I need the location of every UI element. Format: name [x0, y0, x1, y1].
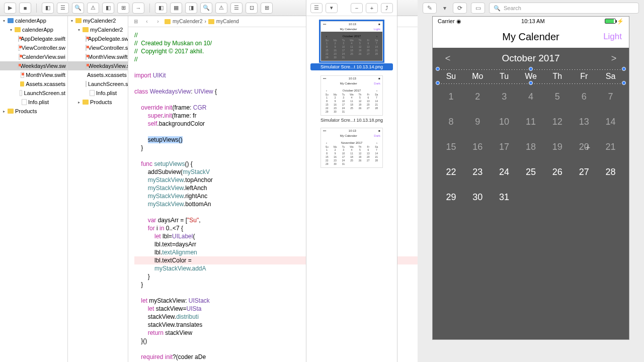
- tb-icon[interactable]: →: [132, 3, 144, 14]
- calendar-cell[interactable]: [518, 185, 544, 210]
- theme-toggle[interactable]: Light: [603, 32, 622, 42]
- selection-handle[interactable]: [622, 81, 626, 85]
- thumbnail-1[interactable]: •••10:13■ My CalenderLight ‹October 2017…: [320, 21, 383, 61]
- calendar-cell[interactable]: 27: [571, 159, 597, 185]
- tb-icon[interactable]: ⚠: [87, 3, 99, 14]
- bc-item[interactable]: myCalend: [216, 19, 239, 24]
- calendar-cell[interactable]: 12: [544, 109, 571, 134]
- tree-item[interactable]: LaunchScreen.st: [0, 88, 67, 98]
- calendar-cell[interactable]: 8: [438, 109, 464, 134]
- calendar-cell[interactable]: [597, 185, 624, 210]
- tree-item[interactable]: MonthView.swift: [68, 52, 128, 61]
- tb-icon[interactable]: ☰: [230, 3, 243, 14]
- calendar-cell[interactable]: 9: [464, 109, 491, 134]
- tree-item[interactable]: Info.plist: [0, 98, 67, 107]
- selection-handle[interactable]: [529, 81, 533, 85]
- calendar-cell[interactable]: 11: [518, 109, 544, 134]
- calendar-cell[interactable]: 2: [464, 84, 491, 109]
- calendar-cell[interactable]: 6: [571, 84, 597, 109]
- tree-item[interactable]: ▾calenderApp: [0, 16, 67, 25]
- tree-item[interactable]: WeekdaysView.sw: [0, 61, 67, 70]
- tree-item[interactable]: MonthView.swift: [0, 70, 67, 79]
- calendar-cell[interactable]: 16: [464, 134, 491, 159]
- calendar-cell[interactable]: 20+: [571, 134, 597, 159]
- tb-icon[interactable]: ▦: [170, 3, 182, 14]
- back-button[interactable]: ‹: [142, 18, 151, 26]
- tb-icon[interactable]: ⊡: [246, 3, 258, 14]
- next-month-button[interactable]: >: [609, 53, 619, 64]
- tree-item[interactable]: AppDelegate.swift: [68, 34, 128, 43]
- tb-icon[interactable]: 🔍: [72, 3, 84, 14]
- calendar-cell[interactable]: 18: [518, 134, 544, 159]
- bc-item[interactable]: myCalender2: [173, 19, 202, 24]
- tree-item[interactable]: ▸Products: [68, 98, 128, 107]
- calendar-cell[interactable]: 24: [491, 159, 518, 185]
- tb-icon[interactable]: ⊞: [117, 3, 129, 14]
- tb-icon[interactable]: ⊞: [261, 3, 273, 14]
- calendar-cell[interactable]: 14: [597, 109, 624, 134]
- tree-item[interactable]: ▾myCalender2: [68, 16, 128, 25]
- tb-icon[interactable]: ◧: [102, 3, 114, 14]
- search-field[interactable]: 🔍 Search: [489, 3, 639, 14]
- calendar-cell[interactable]: 4: [518, 84, 544, 109]
- calendar-cell[interactable]: 23: [464, 159, 491, 185]
- calendar-cell[interactable]: 10: [491, 109, 518, 134]
- calendar-cell[interactable]: 13: [571, 109, 597, 134]
- calendar-cell[interactable]: 25: [518, 159, 544, 185]
- tb-icon[interactable]: ◧: [155, 3, 167, 14]
- project-navigator-1[interactable]: ▾calenderApp▾calenderAppAppDelegate.swif…: [0, 16, 68, 362]
- tb-icon[interactable]: ◨: [185, 3, 197, 14]
- calendar-cell[interactable]: 26: [544, 159, 571, 185]
- project-navigator-2[interactable]: ▾myCalender2▾myCalender2AppDelegate.swif…: [68, 16, 128, 362]
- tree-item[interactable]: Assets.xcassets: [68, 70, 128, 79]
- thumbnail-2[interactable]: •••10:13■ My CalenderDark ‹October 2017›…: [320, 75, 383, 116]
- calendar-cell[interactable]: 29: [438, 185, 464, 210]
- tree-item[interactable]: ViewController.sw: [0, 43, 67, 52]
- tree-item[interactable]: AppDelegate.swift: [0, 34, 67, 43]
- thumbnail-3[interactable]: •••10:13■ My CalenderDark ‹November 2017…: [320, 128, 383, 168]
- forward-button[interactable]: ›: [153, 18, 163, 26]
- share-icon[interactable]: ⤴: [381, 3, 393, 13]
- edit-icon[interactable]: ✎: [423, 3, 437, 14]
- calendar-cell[interactable]: 22: [438, 159, 464, 185]
- calendar-cell[interactable]: 1: [438, 84, 464, 109]
- run-button[interactable]: ▶: [4, 3, 16, 14]
- calendar-cell[interactable]: 28: [597, 159, 624, 185]
- tree-item[interactable]: Info.plist: [68, 88, 128, 98]
- calendar-cell[interactable]: [571, 185, 597, 210]
- tree-item[interactable]: LaunchScreen.storyboard: [68, 79, 128, 88]
- sidebar-icon[interactable]: ☰: [310, 3, 323, 13]
- selection-handle[interactable]: [436, 81, 440, 85]
- calendar-grid[interactable]: 1234567891011121314151617181920+21222324…: [433, 84, 629, 210]
- tb-icon[interactable]: ☰: [57, 3, 69, 14]
- tb-icon[interactable]: ⚠: [215, 3, 227, 14]
- prev-month-button[interactable]: <: [443, 53, 453, 64]
- dropdown-icon[interactable]: ▾: [441, 3, 449, 14]
- tree-item[interactable]: ViewController.swift: [68, 43, 128, 52]
- tree-item[interactable]: Assets.xcassets: [0, 79, 67, 88]
- tree-item[interactable]: CalenderView.swi: [0, 52, 67, 61]
- tree-item[interactable]: ▸Products: [0, 107, 67, 116]
- stop-button[interactable]: ■: [19, 3, 31, 14]
- grid-icon[interactable]: ⊞: [131, 18, 140, 26]
- tb-icon[interactable]: 🔍: [200, 3, 212, 14]
- tb-icon[interactable]: ◧: [42, 3, 54, 14]
- calendar-cell[interactable]: 5: [544, 84, 571, 109]
- rotate-icon[interactable]: ⟳: [453, 3, 467, 14]
- calendar-cell[interactable]: 31: [491, 185, 518, 210]
- view-icon[interactable]: ▾: [326, 3, 338, 13]
- calendar-cell[interactable]: [544, 185, 571, 210]
- tree-item[interactable]: WeekdaysView.swift: [68, 61, 128, 70]
- calendar-cell[interactable]: 15: [438, 134, 464, 159]
- calendar-cell[interactable]: 7: [597, 84, 624, 109]
- calendar-cell[interactable]: 21: [597, 134, 624, 159]
- window-icon[interactable]: ▭: [471, 3, 485, 14]
- tree-item[interactable]: ▾myCalender2: [68, 25, 128, 34]
- zoom-out-icon[interactable]: −: [351, 3, 363, 13]
- calendar-cell[interactable]: 30: [464, 185, 491, 210]
- calendar-cell[interactable]: 17: [491, 134, 518, 159]
- zoom-in-icon[interactable]: +: [366, 3, 378, 13]
- tree-item[interactable]: ▾calenderApp: [0, 25, 67, 34]
- calendar-cell[interactable]: 3: [491, 84, 518, 109]
- calendar-cell[interactable]: 19: [544, 134, 571, 159]
